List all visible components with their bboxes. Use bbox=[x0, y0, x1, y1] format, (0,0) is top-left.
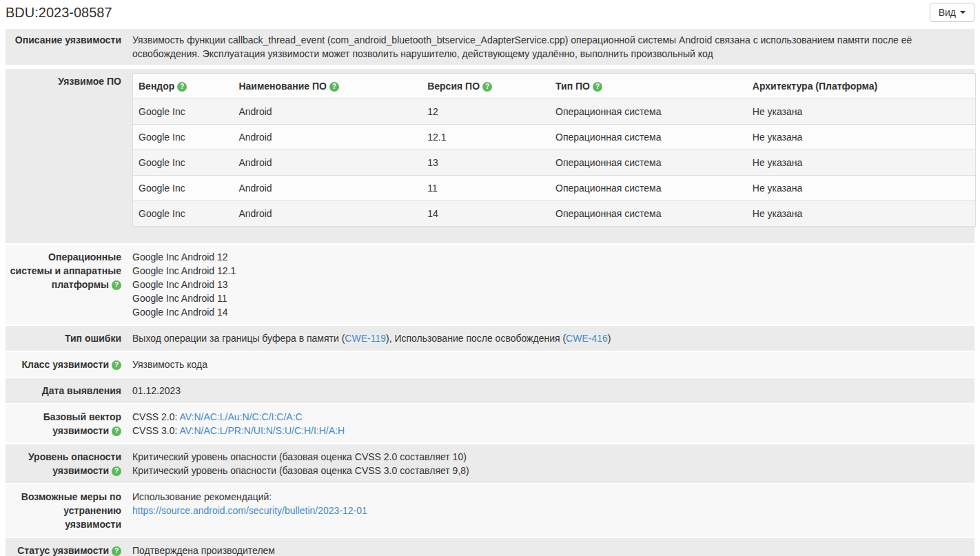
vulnerable-software-cell: Вендор?Наименование ПО?Версия ПО?Тип ПО?… bbox=[127, 69, 980, 243]
vulnerable-software-table: Вендор?Наименование ПО?Версия ПО?Тип ПО?… bbox=[132, 73, 976, 227]
table-cell: Android bbox=[233, 99, 422, 125]
value-line: Google Inc Android 14 bbox=[132, 305, 969, 319]
value-line: Google Inc Android 12 bbox=[132, 250, 969, 264]
error-type-link[interactable]: CWE-119 bbox=[345, 333, 386, 344]
value-line: CVSS 2.0: AV:N/AC:L/Au:N/C:C/I:C/A:C bbox=[132, 410, 969, 424]
table-cell: Google Inc bbox=[133, 176, 234, 201]
value-line: 01.12.2023 bbox=[132, 384, 969, 398]
error-type-link[interactable]: CWE-416 bbox=[566, 333, 608, 344]
detail-value-base-vector: CVSS 2.0: AV:N/AC:L/Au:N/C:C/I:C/A:CCVSS… bbox=[127, 404, 974, 443]
column-header: Тип ПО? bbox=[550, 74, 747, 99]
help-icon[interactable]: ? bbox=[112, 280, 121, 290]
help-icon[interactable]: ? bbox=[177, 82, 187, 92]
table-cell: Android bbox=[233, 201, 422, 227]
help-icon[interactable]: ? bbox=[482, 82, 492, 92]
vulnerable-software-label: Уязвимое ПО bbox=[6, 69, 127, 243]
help-icon[interactable]: ? bbox=[112, 466, 121, 476]
detail-row-severity-level: Уровень опасности уязвимости?Критический… bbox=[6, 444, 974, 483]
table-cell: Операционная система bbox=[550, 201, 747, 227]
table-cell: Операционная система bbox=[550, 176, 747, 201]
detail-row-error-type: Тип ошибкиВыход операции за границы буфе… bbox=[6, 326, 974, 351]
detail-value-os-platforms: Google Inc Android 12Google Inc Android … bbox=[127, 245, 974, 325]
description-label: Описание уязвимости bbox=[6, 29, 127, 65]
column-header-label: Архитектура (Платформа) bbox=[753, 81, 877, 92]
view-dropdown-label: Вид bbox=[939, 7, 956, 18]
detail-row-remediation: Возможные меры по устранению уязвимостиИ… bbox=[6, 484, 974, 537]
table-row: Google IncAndroid11Операционная системаН… bbox=[133, 176, 976, 201]
column-header-label: Наименование ПО bbox=[238, 81, 327, 92]
value-line: https://source.android.com/security/bull… bbox=[132, 504, 969, 517]
table-cell: Android bbox=[233, 150, 422, 176]
detail-value-remediation: Использование рекомендаций:https://sourc… bbox=[127, 484, 974, 537]
table-cell: Google Inc bbox=[133, 201, 234, 227]
vulnerable-software-table-head: Вендор?Наименование ПО?Версия ПО?Тип ПО?… bbox=[133, 74, 976, 99]
detail-row-base-vector: Базовый вектор уязвимости?CVSS 2.0: AV:N… bbox=[6, 404, 974, 443]
help-icon[interactable]: ? bbox=[112, 426, 121, 436]
table-cell: Android bbox=[233, 176, 422, 201]
detail-row-os-platforms: Операционные системы и аппаратные платфо… bbox=[6, 245, 974, 325]
detail-value-vulnerability-class: Уязвимость кода bbox=[127, 352, 974, 377]
column-header-label: Версия ПО bbox=[427, 81, 480, 92]
caret-down-icon bbox=[960, 11, 966, 14]
vulnerable-software-table-body: Google IncAndroid12Операционная системаН… bbox=[133, 99, 976, 227]
value-line: Выход операции за границы буфера в памят… bbox=[132, 331, 969, 345]
detail-value-detection-date: 01.12.2023 bbox=[127, 378, 974, 403]
value-line: Критический уровень опасности (базовая о… bbox=[132, 450, 969, 464]
column-header-label: Тип ПО bbox=[555, 81, 590, 92]
description-text: Уязвимость функции callback_thread_event… bbox=[127, 29, 974, 65]
view-dropdown-button[interactable]: Вид bbox=[930, 3, 974, 22]
value-line: Google Inc Android 12.1 bbox=[132, 264, 969, 278]
table-cell: Не указана bbox=[747, 125, 976, 150]
detail-label-remediation: Возможные меры по устранению уязвимости bbox=[6, 484, 127, 537]
table-cell: Google Inc bbox=[133, 150, 234, 176]
detail-label-error-type: Тип ошибки bbox=[6, 326, 127, 351]
remediation-link[interactable]: https://source.android.com/security/bull… bbox=[132, 505, 367, 516]
table-cell: 11 bbox=[422, 176, 550, 201]
detail-label-severity-level: Уровень опасности уязвимости? bbox=[6, 444, 127, 483]
table-cell: Не указана bbox=[747, 150, 976, 176]
vulnerable-software-row: Уязвимое ПО Вендор?Наименование ПО?Верси… bbox=[6, 69, 974, 243]
vulnerability-details: Описание уязвимости Уязвимость функции c… bbox=[6, 29, 974, 556]
table-cell: Не указана bbox=[747, 201, 976, 227]
detail-label-base-vector: Базовый вектор уязвимости? bbox=[6, 404, 127, 443]
table-cell: Операционная система bbox=[550, 99, 747, 125]
help-icon[interactable]: ? bbox=[112, 360, 121, 370]
value-line: Использование рекомендаций: bbox=[132, 490, 969, 504]
details-rows: Операционные системы и аппаратные платфо… bbox=[6, 245, 974, 556]
value-line: Критический уровень опасности (базовая о… bbox=[132, 464, 969, 477]
column-header: Наименование ПО? bbox=[233, 74, 422, 99]
base-vector-link[interactable]: AV:N/AC:L/PR:N/UI:N/S:U/C:H/I:H/A:H bbox=[179, 425, 345, 436]
table-cell: Операционная система bbox=[550, 125, 747, 150]
detail-value-severity-level: Критический уровень опасности (базовая о… bbox=[127, 444, 974, 483]
column-header: Вендор? bbox=[133, 74, 234, 99]
detail-label-vulnerability-class: Класс уязвимости? bbox=[6, 352, 127, 377]
table-cell: Не указана bbox=[747, 99, 976, 125]
table-cell: 12.1 bbox=[422, 125, 550, 150]
value-line: Google Inc Android 11 bbox=[132, 291, 969, 305]
table-cell: Android bbox=[233, 125, 422, 150]
table-row: Google IncAndroid13Операционная системаН… bbox=[133, 150, 976, 176]
base-vector-link[interactable]: AV:N/AC:L/Au:N/C:C/I:C/A:C bbox=[179, 411, 302, 422]
value-line: Подтверждена производителем bbox=[132, 544, 969, 556]
table-header-row: Вендор?Наименование ПО?Версия ПО?Тип ПО?… bbox=[133, 74, 976, 99]
table-row: Google IncAndroid12.1Операционная систем… bbox=[133, 125, 976, 150]
help-icon[interactable]: ? bbox=[112, 546, 121, 556]
table-cell: 13 bbox=[422, 150, 550, 176]
value-line: CVSS 3.0: AV:N/AC:L/PR:N/UI:N/S:U/C:H/I:… bbox=[132, 424, 969, 437]
detail-label-detection-date: Дата выявления bbox=[6, 378, 127, 403]
help-icon[interactable]: ? bbox=[329, 82, 339, 92]
detail-label-status: Статус уязвимости? bbox=[6, 538, 127, 556]
page-title: BDU:2023-08587 bbox=[6, 5, 112, 21]
description-row: Описание уязвимости Уязвимость функции c… bbox=[6, 29, 974, 65]
detail-row-detection-date: Дата выявления01.12.2023 bbox=[6, 378, 974, 403]
detail-row-vulnerability-class: Класс уязвимости?Уязвимость кода bbox=[6, 352, 974, 377]
detail-label-os-platforms: Операционные системы и аппаратные платфо… bbox=[6, 245, 127, 325]
detail-row-status: Статус уязвимости?Подтверждена производи… bbox=[6, 538, 974, 556]
table-cell: 12 bbox=[422, 99, 550, 125]
table-cell: Не указана bbox=[747, 176, 976, 201]
column-header: Версия ПО? bbox=[422, 74, 550, 99]
help-icon[interactable]: ? bbox=[593, 82, 602, 92]
table-cell: Операционная система bbox=[550, 150, 747, 176]
table-cell: Google Inc bbox=[133, 125, 234, 150]
value-line: Google Inc Android 13 bbox=[132, 278, 969, 291]
